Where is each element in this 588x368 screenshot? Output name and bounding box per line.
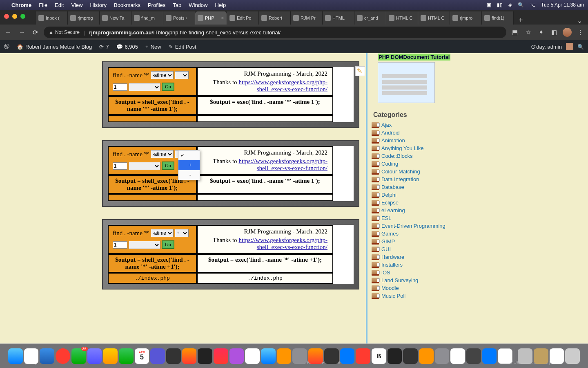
tab-13[interactable]: rjmpro xyxy=(450,11,482,25)
zoom-dock-icon[interactable] xyxy=(482,348,497,364)
security-warning[interactable]: ▲ Not Secure xyxy=(49,29,80,35)
messages-icon[interactable]: 35 xyxy=(71,348,86,364)
wp-search-icon[interactable]: 🔍 xyxy=(577,44,584,50)
reload-button[interactable]: ⟳ xyxy=(31,29,40,36)
tab-10[interactable]: cr_and xyxy=(354,11,386,25)
forward-button[interactable]: → xyxy=(17,29,27,36)
atime-select[interactable]: -atime xyxy=(151,150,174,158)
facetime-icon[interactable] xyxy=(119,348,134,364)
tab-8[interactable]: RJM Pr xyxy=(291,11,323,25)
category-link[interactable]: ESL xyxy=(381,215,392,221)
photos-icon[interactable] xyxy=(103,348,118,364)
keynote-icon[interactable] xyxy=(150,348,165,364)
chrome-dock-icon[interactable] xyxy=(498,348,512,364)
control-center-icon[interactable]: ⌥ xyxy=(530,2,535,8)
tv-icon[interactable] xyxy=(198,348,212,364)
go-button[interactable]: Go xyxy=(162,83,174,91)
wp-edit-post[interactable]: ✎ Edit Post xyxy=(169,44,196,50)
back-button[interactable]: ← xyxy=(3,29,13,36)
wp-greeting[interactable]: G'day, admin xyxy=(531,44,562,50)
safari-icon[interactable] xyxy=(40,348,54,364)
category-link[interactable]: Music Poll xyxy=(381,293,405,299)
sign-select[interactable]: + xyxy=(175,229,189,237)
close-window-icon[interactable] xyxy=(4,14,9,19)
dropdown-option[interactable] xyxy=(178,150,200,160)
dropdown-option[interactable]: + xyxy=(178,160,200,170)
category-link[interactable]: Delphi xyxy=(381,192,396,198)
tab-3[interactable]: find_m xyxy=(131,11,163,25)
category-link[interactable]: Hardware xyxy=(381,254,404,260)
address-bar[interactable]: ▲ Not Secure | rjmprogramming.com.au/ITb… xyxy=(44,27,506,38)
credit-link[interactable]: https://www.geeksforgeeks.org/php-shell_… xyxy=(238,237,327,250)
news-icon[interactable] xyxy=(245,348,260,364)
category-link[interactable]: eLearning xyxy=(381,207,405,213)
tab-2[interactable]: New Ta xyxy=(100,11,131,25)
stocks-icon[interactable] xyxy=(166,348,181,364)
podcasts-app-icon[interactable] xyxy=(87,348,102,364)
widget-title[interactable]: PHP DOMDocument Tutorial xyxy=(378,54,450,61)
menu-bookmarks[interactable]: Bookmarks xyxy=(114,2,140,8)
battery-icon[interactable]: ▮▯ xyxy=(497,2,503,8)
category-link[interactable]: Anything You Like xyxy=(381,145,423,151)
category-link[interactable]: Event-Driven Programming xyxy=(381,223,445,229)
go-button[interactable]: Go xyxy=(162,240,174,249)
sign-select[interactable] xyxy=(175,71,189,79)
n-input[interactable] xyxy=(113,241,127,249)
extensions-icon[interactable]: ✦ xyxy=(537,28,546,37)
go-button[interactable]: Go xyxy=(162,162,174,170)
category-link[interactable]: GIMP xyxy=(381,238,395,245)
widget-thumbnail[interactable] xyxy=(378,62,435,103)
credit-link[interactable]: https://www.geeksforgeeks.org/php-shell_… xyxy=(238,79,327,92)
menu-window[interactable]: Window xyxy=(189,2,207,8)
minimize-window-icon[interactable] xyxy=(12,14,17,19)
tab-4[interactable]: Posts ‹ xyxy=(163,11,195,25)
unit-select[interactable] xyxy=(129,162,160,170)
wp-updates[interactable]: ⟳ 7 xyxy=(99,44,109,50)
category-link[interactable]: Ajax xyxy=(381,122,392,128)
wp-logo-icon[interactable]: ⓦ xyxy=(4,43,9,50)
menu-history[interactable]: History xyxy=(90,2,106,8)
palette-icon[interactable] xyxy=(292,348,307,364)
tab-9[interactable]: HTML xyxy=(323,11,354,25)
calendar-icon[interactable]: APR5 xyxy=(135,348,149,364)
category-link[interactable]: Games xyxy=(381,231,399,237)
music-icon[interactable] xyxy=(214,348,228,364)
menu-view[interactable]: View xyxy=(71,2,82,8)
menu-help[interactable]: Help xyxy=(215,2,226,8)
category-link[interactable]: Code::Blocks xyxy=(381,153,413,159)
install-icon[interactable]: ⬒ xyxy=(510,28,519,37)
close-tab-icon[interactable]: × xyxy=(221,15,224,21)
category-link[interactable]: Installers xyxy=(381,262,403,268)
tab-14[interactable]: find(1) xyxy=(482,11,514,25)
calculator-icon[interactable] xyxy=(324,348,339,364)
mail-icon[interactable] xyxy=(340,348,355,364)
category-link[interactable]: Database xyxy=(381,184,404,190)
folder-icon[interactable] xyxy=(518,348,532,364)
menu-edit[interactable]: Edit xyxy=(55,2,64,8)
system-prefs-icon[interactable] xyxy=(435,348,450,364)
menu-profiles[interactable]: Profiles xyxy=(148,2,165,8)
document-icon[interactable] xyxy=(550,348,564,364)
category-link[interactable]: Eclipse xyxy=(381,200,399,206)
profile-avatar[interactable] xyxy=(563,28,572,37)
sidepanel-icon[interactable]: ◧ xyxy=(550,28,559,37)
zoom-icon[interactable]: ▣ xyxy=(487,2,491,8)
app-name[interactable]: Chrome xyxy=(11,2,31,8)
fullscreen-window-icon[interactable] xyxy=(20,14,25,19)
unit-select[interactable] xyxy=(129,241,160,249)
finder-icon[interactable] xyxy=(8,348,23,364)
trash-icon[interactable] xyxy=(565,348,580,364)
category-link[interactable]: Land Surveying xyxy=(381,277,418,283)
tab-7[interactable]: Robert xyxy=(259,11,291,25)
preview-icon[interactable] xyxy=(277,348,292,364)
podcasts-icon[interactable] xyxy=(229,348,244,364)
category-link[interactable]: Android xyxy=(381,130,400,136)
tab-11[interactable]: HTML C xyxy=(386,11,418,25)
wp-site-link[interactable]: 🏠 Robert James Metcalfe Blog xyxy=(17,44,92,50)
music-app-icon[interactable] xyxy=(182,348,197,364)
textedit-icon[interactable] xyxy=(450,348,465,364)
app-b-icon[interactable]: B xyxy=(372,348,386,364)
menu-tab[interactable]: Tab xyxy=(173,2,181,8)
category-link[interactable]: Data Integration xyxy=(381,176,419,182)
search-icon[interactable]: 🔍 xyxy=(518,2,524,8)
